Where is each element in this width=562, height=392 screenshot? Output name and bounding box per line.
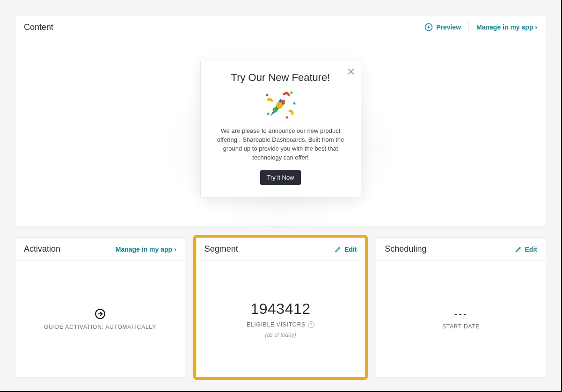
content-card: Content Preview Manage in my app › ✕ Try… bbox=[15, 15, 546, 227]
svg-point-2 bbox=[290, 92, 292, 94]
manage-label: Manage in my app › bbox=[476, 23, 537, 31]
party-popper-icon bbox=[212, 90, 350, 121]
segment-card: Segment Edit 1943412 ELIGIBLE VISITORS ?… bbox=[196, 237, 366, 377]
pencil-icon bbox=[335, 246, 342, 253]
modal-text: We are please to announce our new produc… bbox=[215, 127, 347, 162]
svg-point-3 bbox=[293, 102, 295, 105]
feature-modal: ✕ Try Our New Feature! bbox=[200, 61, 361, 197]
segment-edit-button[interactable]: Edit bbox=[335, 246, 357, 253]
scheduling-edit-button[interactable]: Edit bbox=[515, 246, 537, 253]
activation-caption: GUIDE ACTIVATION: AUTOMATICALLY bbox=[44, 324, 156, 330]
segment-asof: (as of today) bbox=[265, 332, 296, 338]
content-title: Content bbox=[24, 22, 53, 32]
scheduling-start-label: START DATE bbox=[442, 323, 480, 330]
modal-title: Try Our New Feature! bbox=[212, 72, 350, 84]
manage-label: Manage in my app › bbox=[116, 246, 176, 253]
try-it-now-button[interactable]: Try it Now bbox=[260, 170, 300, 185]
close-icon[interactable]: ✕ bbox=[347, 66, 355, 78]
content-body: ✕ Try Our New Feature! bbox=[15, 39, 546, 226]
activation-card: Activation Manage in my app › GUIDE ACTI… bbox=[15, 237, 185, 377]
svg-point-5 bbox=[285, 116, 288, 119]
segment-count: 1943412 bbox=[250, 300, 310, 318]
svg-point-8 bbox=[272, 108, 277, 113]
arrow-circle-right-icon bbox=[94, 308, 106, 320]
edit-label: Edit bbox=[344, 246, 357, 253]
edit-label: Edit bbox=[525, 246, 537, 253]
activation-manage-link[interactable]: Manage in my app › bbox=[116, 246, 176, 253]
divider bbox=[468, 22, 469, 32]
help-icon[interactable]: ? bbox=[308, 321, 314, 328]
scheduling-card: Scheduling Edit --- START DATE bbox=[376, 237, 546, 377]
activation-title: Activation bbox=[24, 244, 60, 254]
svg-point-1 bbox=[266, 94, 268, 96]
svg-point-9 bbox=[281, 100, 285, 103]
scheduling-value: --- bbox=[454, 309, 468, 319]
segment-title: Segment bbox=[204, 244, 238, 254]
segment-visitors-label: ELIGIBLE VISITORS ? bbox=[247, 321, 314, 328]
svg-point-7 bbox=[276, 102, 283, 109]
manage-in-app-link[interactable]: Manage in my app › bbox=[476, 23, 537, 31]
scheduling-title: Scheduling bbox=[385, 244, 426, 254]
pencil-icon bbox=[515, 246, 522, 253]
preview-button[interactable]: Preview bbox=[424, 22, 461, 32]
play-circle-icon bbox=[424, 22, 433, 32]
svg-point-4 bbox=[267, 113, 269, 115]
preview-label: Preview bbox=[436, 23, 461, 31]
